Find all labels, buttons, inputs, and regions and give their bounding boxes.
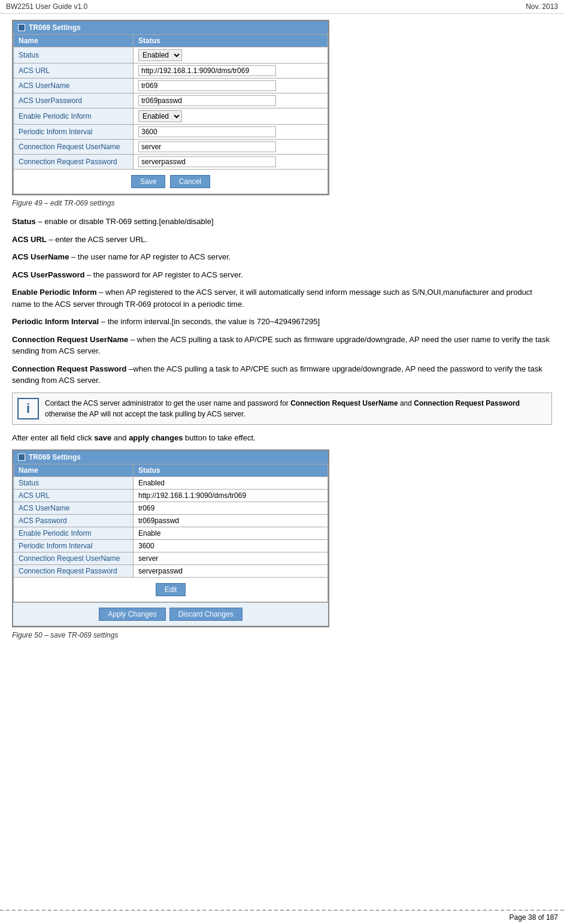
table-row: Connection Request Password bbox=[14, 155, 328, 170]
desc-inform-interval: Periodic Inform Interval – the inform in… bbox=[12, 316, 552, 328]
row-value-acs-username bbox=[134, 78, 328, 93]
view-table-header-row: Name Status bbox=[14, 464, 328, 477]
acs-url-input[interactable] bbox=[138, 65, 276, 76]
view-row-value-inform-interval: 3600 bbox=[134, 540, 328, 552]
desc-enable-inform: Enable Periodic Inform – when AP registe… bbox=[12, 286, 552, 310]
page-number: Page 38 of 187 bbox=[510, 913, 558, 922]
table-row: Status Enabled bbox=[14, 477, 328, 490]
desc-acs-url-bold: ACS URL bbox=[12, 235, 47, 244]
row-label-acs-url: ACS URL bbox=[14, 64, 134, 78]
row-value-conn-username bbox=[134, 140, 328, 155]
desc-acs-password-text: – the password for AP register to ACS se… bbox=[84, 270, 242, 279]
desc-status: Status – enable or disable TR-069 settin… bbox=[12, 216, 552, 228]
row-value-acs-url bbox=[134, 64, 328, 78]
desc-conn-username-bold: Connection Request UserName bbox=[12, 335, 128, 344]
after-save-bold: save bbox=[94, 433, 111, 442]
row-value-conn-password bbox=[134, 155, 328, 170]
edit-settings-panel: TR069 Settings Name Status Status Enable… bbox=[12, 20, 329, 195]
view-settings-table: Name Status Status Enabled ACS URL http:… bbox=[13, 464, 328, 602]
view-row-label-conn-password: Connection Request Password bbox=[14, 565, 134, 578]
conn-password-input[interactable] bbox=[138, 156, 276, 167]
edit-button[interactable]: Edit bbox=[156, 583, 186, 596]
desc-acs-username-text: – the user name for AP register to ACS s… bbox=[69, 252, 231, 261]
status-select[interactable]: Enabled Disabled bbox=[138, 49, 182, 61]
acs-username-input[interactable] bbox=[138, 80, 276, 91]
view-row-value-enable-inform: Enable bbox=[134, 527, 328, 540]
table-row: Connection Request UserName server bbox=[14, 552, 328, 565]
col-status-header: Status bbox=[134, 35, 328, 47]
table-row: Enable Periodic Inform Enable bbox=[14, 527, 328, 540]
note-bold2: Connection Request Password bbox=[414, 399, 520, 407]
table-row: Periodic Inform Interval bbox=[14, 125, 328, 140]
desc-acs-username: ACS UserName – the user name for AP regi… bbox=[12, 251, 552, 263]
view-panel-title: TR069 Settings bbox=[29, 453, 81, 461]
row-label-conn-username: Connection Request UserName bbox=[14, 140, 134, 155]
view-row-label-acs-password: ACS Password bbox=[14, 515, 134, 527]
row-value-acs-password bbox=[134, 93, 328, 108]
note-icon: i bbox=[17, 398, 39, 419]
row-label-conn-password: Connection Request Password bbox=[14, 155, 134, 170]
row-label-acs-username: ACS UserName bbox=[14, 78, 134, 93]
note-text: Contact the ACS server administrator to … bbox=[45, 398, 547, 419]
desc-acs-password: ACS UserPassword – the password for AP r… bbox=[12, 269, 552, 281]
acs-password-input[interactable] bbox=[138, 95, 276, 106]
view-row-label-acs-url: ACS URL bbox=[14, 490, 134, 502]
table-row: Enable Periodic Inform Enabled Disabled bbox=[14, 108, 328, 125]
row-label-inform-interval: Periodic Inform Interval bbox=[14, 125, 134, 140]
table-row: ACS URL http://192.168.1.1:9090/dms/tr06… bbox=[14, 490, 328, 502]
row-value-status: Enabled Disabled bbox=[134, 47, 328, 64]
table-row: Periodic Inform Interval 3600 bbox=[14, 540, 328, 552]
view-row-value-acs-username: tr069 bbox=[134, 502, 328, 515]
table-row: Status Enabled Disabled bbox=[14, 47, 328, 64]
edit-panel-title-bar: TR069 Settings bbox=[13, 21, 328, 34]
desc-acs-url-text: – enter the ACS server URL. bbox=[47, 235, 147, 244]
view-panel-title-bar: TR069 Settings bbox=[13, 451, 328, 464]
panel-icon bbox=[18, 24, 25, 31]
table-row: ACS UserName bbox=[14, 78, 328, 93]
view-row-value-conn-password: serverpasswd bbox=[134, 565, 328, 578]
view-edit-button-row: Edit bbox=[14, 578, 328, 602]
after-apply-bold: apply changes bbox=[129, 433, 183, 442]
table-row: ACS Password tr069passwd bbox=[14, 515, 328, 527]
view-panel-icon bbox=[18, 454, 25, 461]
view-col-name-header: Name bbox=[14, 464, 134, 477]
enable-inform-select[interactable]: Enabled Disabled bbox=[138, 110, 182, 122]
cancel-button[interactable]: Cancel bbox=[170, 175, 210, 188]
inform-interval-input[interactable] bbox=[138, 126, 276, 137]
save-button[interactable]: Save bbox=[131, 175, 165, 188]
desc-enable-inform-bold: Enable Periodic Inform bbox=[12, 288, 97, 297]
note-bold1: Connection Request UserName bbox=[290, 399, 398, 407]
desc-status-text: – enable or disable TR-069 setting.[enab… bbox=[36, 217, 214, 226]
row-value-inform-interval bbox=[134, 125, 328, 140]
table-row: Connection Request UserName bbox=[14, 140, 328, 155]
table-row: ACS UserPassword bbox=[14, 93, 328, 108]
view-row-label-enable-inform: Enable Periodic Inform bbox=[14, 527, 134, 540]
view-settings-panel: TR069 Settings Name Status Status Enable… bbox=[12, 449, 329, 627]
desc-acs-password-bold: ACS UserPassword bbox=[12, 270, 84, 279]
col-name-header: Name bbox=[14, 35, 134, 47]
after-text: After enter all field click save and app… bbox=[12, 432, 552, 444]
bottom-action-bar: Apply Changes Discard Changes bbox=[13, 602, 328, 626]
apply-changes-button[interactable]: Apply Changes bbox=[99, 608, 165, 621]
discard-changes-button[interactable]: Discard Changes bbox=[169, 608, 242, 621]
desc-conn-username: Connection Request UserName – when the A… bbox=[12, 334, 552, 357]
desc-conn-password-bold: Connection Request Password bbox=[12, 364, 126, 373]
conn-username-input[interactable] bbox=[138, 141, 276, 152]
view-row-value-status: Enabled bbox=[134, 477, 328, 490]
view-row-label-conn-username: Connection Request UserName bbox=[14, 552, 134, 565]
table-row: Connection Request Password serverpasswd bbox=[14, 565, 328, 578]
desc-inform-interval-text: – the inform interval.[in seconds, the v… bbox=[99, 317, 320, 326]
buttons-row: Save Cancel bbox=[14, 170, 328, 194]
doc-date: Nov. 2013 bbox=[526, 2, 558, 11]
desc-acs-url: ACS URL – enter the ACS server URL. bbox=[12, 234, 552, 246]
doc-title: BW2251 User Guide v1.0 bbox=[6, 2, 87, 11]
row-label-status: Status bbox=[14, 47, 134, 64]
figure50-caption: Figure 50 – save TR-069 settings bbox=[12, 631, 552, 639]
desc-inform-interval-bold: Periodic Inform Interval bbox=[12, 317, 99, 326]
page-header: BW2251 User Guide v1.0 Nov. 2013 bbox=[0, 0, 564, 14]
view-row-value-conn-username: server bbox=[134, 552, 328, 565]
row-label-enable-inform: Enable Periodic Inform bbox=[14, 108, 134, 125]
desc-conn-password: Connection Request Password –when the AC… bbox=[12, 363, 552, 386]
edit-panel-title: TR069 Settings bbox=[29, 23, 81, 32]
desc-acs-username-bold: ACS UserName bbox=[12, 252, 69, 261]
